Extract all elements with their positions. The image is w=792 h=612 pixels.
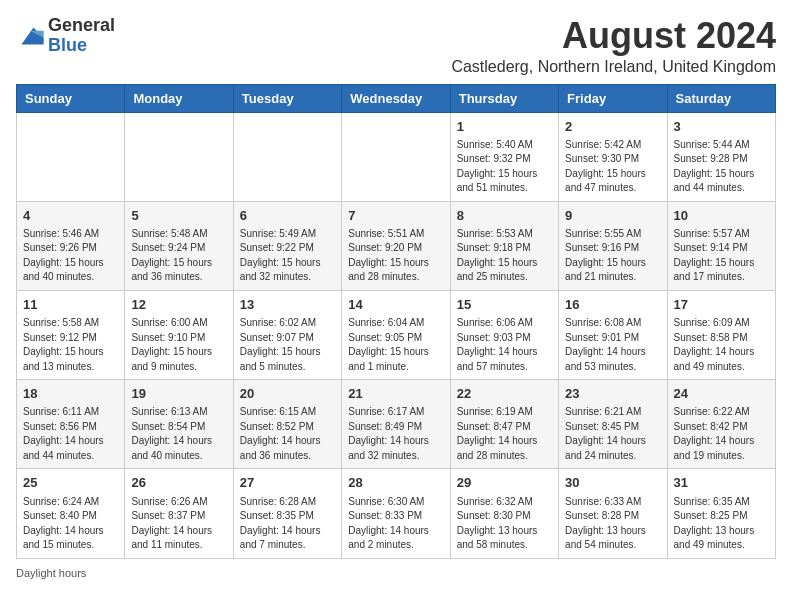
day-info: Sunrise: 5:40 AM Sunset: 9:32 PM Dayligh…	[457, 138, 552, 196]
header: General Blue August 2024 Castlederg, Nor…	[16, 16, 776, 76]
day-number: 19	[131, 385, 226, 403]
day-number: 23	[565, 385, 660, 403]
calendar-cell: 5Sunrise: 5:48 AM Sunset: 9:24 PM Daylig…	[125, 201, 233, 290]
day-info: Sunrise: 6:28 AM Sunset: 8:35 PM Dayligh…	[240, 495, 335, 553]
logo-blue: Blue	[48, 36, 115, 56]
day-info: Sunrise: 5:53 AM Sunset: 9:18 PM Dayligh…	[457, 227, 552, 285]
day-number: 8	[457, 207, 552, 225]
day-number: 27	[240, 474, 335, 492]
calendar-cell	[17, 112, 125, 201]
calendar-header: SundayMondayTuesdayWednesdayThursdayFrid…	[17, 84, 776, 112]
day-info: Sunrise: 6:11 AM Sunset: 8:56 PM Dayligh…	[23, 405, 118, 463]
day-number: 22	[457, 385, 552, 403]
title-block: August 2024 Castlederg, Northern Ireland…	[451, 16, 776, 76]
day-number: 26	[131, 474, 226, 492]
calendar-cell: 27Sunrise: 6:28 AM Sunset: 8:35 PM Dayli…	[233, 469, 341, 558]
day-info: Sunrise: 6:02 AM Sunset: 9:07 PM Dayligh…	[240, 316, 335, 374]
day-number: 6	[240, 207, 335, 225]
calendar-cell: 15Sunrise: 6:06 AM Sunset: 9:03 PM Dayli…	[450, 290, 558, 379]
day-info: Sunrise: 5:42 AM Sunset: 9:30 PM Dayligh…	[565, 138, 660, 196]
day-number: 4	[23, 207, 118, 225]
day-info: Sunrise: 5:58 AM Sunset: 9:12 PM Dayligh…	[23, 316, 118, 374]
calendar-body: 1Sunrise: 5:40 AM Sunset: 9:32 PM Daylig…	[17, 112, 776, 558]
main-title: August 2024	[451, 16, 776, 56]
subtitle: Castlederg, Northern Ireland, United Kin…	[451, 58, 776, 76]
calendar-cell: 14Sunrise: 6:04 AM Sunset: 9:05 PM Dayli…	[342, 290, 450, 379]
calendar-cell: 6Sunrise: 5:49 AM Sunset: 9:22 PM Daylig…	[233, 201, 341, 290]
day-info: Sunrise: 6:19 AM Sunset: 8:47 PM Dayligh…	[457, 405, 552, 463]
calendar-cell: 10Sunrise: 5:57 AM Sunset: 9:14 PM Dayli…	[667, 201, 775, 290]
day-info: Sunrise: 5:57 AM Sunset: 9:14 PM Dayligh…	[674, 227, 769, 285]
weekday-header: Sunday	[17, 84, 125, 112]
weekday-header: Thursday	[450, 84, 558, 112]
day-info: Sunrise: 6:21 AM Sunset: 8:45 PM Dayligh…	[565, 405, 660, 463]
calendar-cell: 21Sunrise: 6:17 AM Sunset: 8:49 PM Dayli…	[342, 380, 450, 469]
day-number: 7	[348, 207, 443, 225]
calendar-cell: 3Sunrise: 5:44 AM Sunset: 9:28 PM Daylig…	[667, 112, 775, 201]
day-number: 18	[23, 385, 118, 403]
logo-icon	[16, 24, 44, 48]
weekday-header: Tuesday	[233, 84, 341, 112]
day-number: 12	[131, 296, 226, 314]
weekday-header: Saturday	[667, 84, 775, 112]
day-info: Sunrise: 6:24 AM Sunset: 8:40 PM Dayligh…	[23, 495, 118, 553]
day-info: Sunrise: 6:17 AM Sunset: 8:49 PM Dayligh…	[348, 405, 443, 463]
day-info: Sunrise: 5:55 AM Sunset: 9:16 PM Dayligh…	[565, 227, 660, 285]
calendar-cell	[233, 112, 341, 201]
calendar-cell: 17Sunrise: 6:09 AM Sunset: 8:58 PM Dayli…	[667, 290, 775, 379]
calendar-cell: 22Sunrise: 6:19 AM Sunset: 8:47 PM Dayli…	[450, 380, 558, 469]
calendar-cell: 16Sunrise: 6:08 AM Sunset: 9:01 PM Dayli…	[559, 290, 667, 379]
calendar-cell: 12Sunrise: 6:00 AM Sunset: 9:10 PM Dayli…	[125, 290, 233, 379]
day-info: Sunrise: 6:30 AM Sunset: 8:33 PM Dayligh…	[348, 495, 443, 553]
calendar-table: SundayMondayTuesdayWednesdayThursdayFrid…	[16, 84, 776, 559]
day-number: 15	[457, 296, 552, 314]
day-info: Sunrise: 6:09 AM Sunset: 8:58 PM Dayligh…	[674, 316, 769, 374]
day-number: 9	[565, 207, 660, 225]
calendar-cell: 30Sunrise: 6:33 AM Sunset: 8:28 PM Dayli…	[559, 469, 667, 558]
day-number: 2	[565, 118, 660, 136]
day-info: Sunrise: 5:51 AM Sunset: 9:20 PM Dayligh…	[348, 227, 443, 285]
day-number: 31	[674, 474, 769, 492]
calendar-cell: 26Sunrise: 6:26 AM Sunset: 8:37 PM Dayli…	[125, 469, 233, 558]
day-info: Sunrise: 6:00 AM Sunset: 9:10 PM Dayligh…	[131, 316, 226, 374]
day-info: Sunrise: 6:35 AM Sunset: 8:25 PM Dayligh…	[674, 495, 769, 553]
calendar-cell: 25Sunrise: 6:24 AM Sunset: 8:40 PM Dayli…	[17, 469, 125, 558]
day-number: 14	[348, 296, 443, 314]
calendar-cell: 28Sunrise: 6:30 AM Sunset: 8:33 PM Dayli…	[342, 469, 450, 558]
day-number: 25	[23, 474, 118, 492]
calendar-cell: 13Sunrise: 6:02 AM Sunset: 9:07 PM Dayli…	[233, 290, 341, 379]
calendar-week-row: 11Sunrise: 5:58 AM Sunset: 9:12 PM Dayli…	[17, 290, 776, 379]
day-info: Sunrise: 5:49 AM Sunset: 9:22 PM Dayligh…	[240, 227, 335, 285]
day-info: Sunrise: 6:04 AM Sunset: 9:05 PM Dayligh…	[348, 316, 443, 374]
day-number: 3	[674, 118, 769, 136]
calendar-cell	[342, 112, 450, 201]
day-number: 13	[240, 296, 335, 314]
day-number: 28	[348, 474, 443, 492]
day-info: Sunrise: 6:13 AM Sunset: 8:54 PM Dayligh…	[131, 405, 226, 463]
day-number: 24	[674, 385, 769, 403]
calendar-cell	[125, 112, 233, 201]
calendar-week-row: 4Sunrise: 5:46 AM Sunset: 9:26 PM Daylig…	[17, 201, 776, 290]
day-info: Sunrise: 6:32 AM Sunset: 8:30 PM Dayligh…	[457, 495, 552, 553]
day-info: Sunrise: 6:06 AM Sunset: 9:03 PM Dayligh…	[457, 316, 552, 374]
calendar-cell: 11Sunrise: 5:58 AM Sunset: 9:12 PM Dayli…	[17, 290, 125, 379]
calendar-cell: 23Sunrise: 6:21 AM Sunset: 8:45 PM Dayli…	[559, 380, 667, 469]
calendar-cell: 4Sunrise: 5:46 AM Sunset: 9:26 PM Daylig…	[17, 201, 125, 290]
calendar-cell: 29Sunrise: 6:32 AM Sunset: 8:30 PM Dayli…	[450, 469, 558, 558]
day-info: Sunrise: 5:48 AM Sunset: 9:24 PM Dayligh…	[131, 227, 226, 285]
day-number: 17	[674, 296, 769, 314]
calendar-cell: 18Sunrise: 6:11 AM Sunset: 8:56 PM Dayli…	[17, 380, 125, 469]
day-info: Sunrise: 6:15 AM Sunset: 8:52 PM Dayligh…	[240, 405, 335, 463]
calendar-week-row: 1Sunrise: 5:40 AM Sunset: 9:32 PM Daylig…	[17, 112, 776, 201]
footer-note: Daylight hours	[16, 567, 776, 579]
day-number: 29	[457, 474, 552, 492]
calendar-week-row: 25Sunrise: 6:24 AM Sunset: 8:40 PM Dayli…	[17, 469, 776, 558]
calendar-cell: 24Sunrise: 6:22 AM Sunset: 8:42 PM Dayli…	[667, 380, 775, 469]
day-number: 5	[131, 207, 226, 225]
day-info: Sunrise: 6:33 AM Sunset: 8:28 PM Dayligh…	[565, 495, 660, 553]
calendar-cell: 8Sunrise: 5:53 AM Sunset: 9:18 PM Daylig…	[450, 201, 558, 290]
day-info: Sunrise: 6:22 AM Sunset: 8:42 PM Dayligh…	[674, 405, 769, 463]
day-info: Sunrise: 6:26 AM Sunset: 8:37 PM Dayligh…	[131, 495, 226, 553]
logo-general: General	[48, 16, 115, 36]
calendar-cell: 1Sunrise: 5:40 AM Sunset: 9:32 PM Daylig…	[450, 112, 558, 201]
